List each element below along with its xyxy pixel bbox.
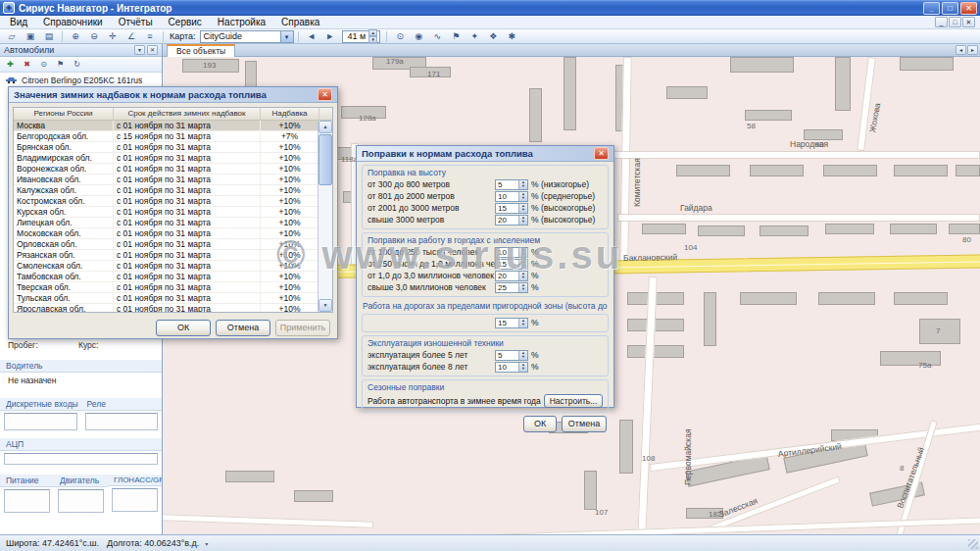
track-icon[interactable]: ◉ xyxy=(410,30,427,43)
spin-down-icon[interactable]: ▼ xyxy=(519,264,527,269)
menu-item[interactable]: Сервис xyxy=(161,16,210,28)
refresh-icon[interactable]: ↻ xyxy=(70,58,84,71)
menu-item[interactable]: Отчёты xyxy=(111,16,161,28)
tab-scroll-right-icon[interactable]: ► xyxy=(967,45,978,55)
spinner[interactable]: 15▲▼ xyxy=(495,259,528,270)
table-row[interactable]: Липецкая обл.с 01 ноября по 31 марта+10% xyxy=(14,218,332,228)
maximize-icon[interactable]: □ xyxy=(942,2,958,15)
table-row[interactable]: Тамбовская обл.с 01 ноября по 31 марта+1… xyxy=(14,272,332,282)
settings-icon[interactable]: ✱ xyxy=(503,30,520,43)
flag-icon[interactable]: ⚑ xyxy=(53,58,68,71)
marker-icon[interactable]: ⚑ xyxy=(447,30,465,43)
spinner[interactable]: 5▲▼ xyxy=(495,179,528,190)
menu-item[interactable]: Справочники xyxy=(35,16,111,28)
statusbar-menu-icon[interactable]: ▾ xyxy=(205,540,208,547)
mdi-close-icon[interactable]: ✕ xyxy=(962,17,975,27)
tab-all-objects[interactable]: Все объекты xyxy=(167,44,235,57)
spin-down-icon[interactable]: ▼ xyxy=(519,196,527,201)
minimize-icon[interactable]: _ xyxy=(923,2,940,15)
remove-vehicle-icon[interactable]: ✖ xyxy=(20,58,34,71)
spin-down-icon[interactable]: ▼ xyxy=(519,355,527,360)
spin-down-icon[interactable]: ▼ xyxy=(519,220,527,225)
mdi-maximize-icon[interactable]: □ xyxy=(949,17,961,27)
cancel-button[interactable]: Отмена xyxy=(562,416,607,432)
table-row[interactable]: Смоленская обл.с 01 ноября по 31 марта+1… xyxy=(14,261,332,272)
scroll-down-icon[interactable]: ▼ xyxy=(318,299,332,312)
table-row[interactable]: Брянская обл.с 01 ноября по 31 марта+10% xyxy=(14,142,332,153)
table-row[interactable]: Воронежская обл.с 01 ноября по 31 марта+… xyxy=(14,164,332,175)
spin-down-icon[interactable]: ▼ xyxy=(519,287,527,292)
spinner[interactable]: 10▲▼ xyxy=(495,362,528,373)
dialog-titlebar[interactable]: Значения зимних надбавок к нормам расход… xyxy=(9,87,337,103)
table-row[interactable]: Орловская обл.с 01 ноября по 31 марта+10… xyxy=(14,239,332,250)
chevron-down-icon[interactable]: ▾ xyxy=(280,31,293,42)
spin-down-icon[interactable]: ▼ xyxy=(519,323,527,327)
table-row[interactable]: Белгородская обл.с 15 ноября по 31 марта… xyxy=(14,131,332,142)
nav-left-icon[interactable]: ◄ xyxy=(303,30,320,43)
close-icon[interactable]: ✕ xyxy=(318,88,332,101)
mdi-minimize-icon[interactable]: _ xyxy=(935,17,948,27)
table-row[interactable]: Москвас 01 ноября по 31 марта+10% xyxy=(14,121,332,131)
spinner[interactable]: 15▲▼ xyxy=(495,318,528,328)
ruler-icon[interactable]: ∠ xyxy=(122,30,140,43)
nav-right-icon[interactable]: ► xyxy=(321,30,339,43)
table-row[interactable]: Владимирская обл.с 01 ноября по 31 марта… xyxy=(14,153,332,164)
cancel-button[interactable]: Отмена xyxy=(216,320,270,336)
table-row[interactable]: Тульская обл.с 01 ноября по 31 марта+10% xyxy=(14,293,332,304)
save-icon[interactable]: ▣ xyxy=(22,30,39,43)
satellite-icon[interactable]: ✦ xyxy=(466,30,483,43)
close-icon[interactable]: ✕ xyxy=(960,2,977,15)
spin-down-icon[interactable]: ▼ xyxy=(519,208,527,213)
table-row[interactable]: Московская обл.с 01 ноября по 31 марта+1… xyxy=(14,228,332,239)
map-select[interactable]: CityGuide ▾ xyxy=(200,30,294,43)
table-row[interactable]: Калужская обл.с 01 ноября по 31 марта+10… xyxy=(14,185,332,196)
spinner[interactable]: 5▲▼ xyxy=(495,350,528,361)
panel-close-icon[interactable]: ✕ xyxy=(147,45,158,55)
route-icon[interactable]: ∿ xyxy=(428,30,446,43)
vehicle-list-item[interactable]: Citroen Berlingo E205KC 161rus xyxy=(0,73,162,87)
spin-down-icon[interactable]: ▼ xyxy=(519,252,527,257)
menu-item[interactable]: Вид xyxy=(2,16,35,28)
column-header[interactable]: Надбавка xyxy=(261,108,319,120)
scrollbar-thumb[interactable] xyxy=(318,134,332,185)
zoom-out-icon[interactable]: ⊖ xyxy=(85,30,103,43)
spin-down-icon[interactable]: ▼ xyxy=(519,184,527,189)
print-icon[interactable]: ▤ xyxy=(40,30,58,43)
table-row[interactable]: Тверская обл.с 01 ноября по 31 марта+10% xyxy=(14,282,332,293)
open-icon[interactable]: ▱ xyxy=(3,30,21,43)
table-row[interactable]: Костромская обл.с 01 ноября по 31 марта+… xyxy=(14,196,332,207)
table-row[interactable]: Ярославская обл.с 01 ноября по 31 марта+… xyxy=(14,304,332,313)
zoom-spin-up-icon[interactable]: ▲ xyxy=(368,29,377,36)
spinner[interactable]: 20▲▼ xyxy=(495,215,528,225)
zoom-level-control[interactable]: 41 м ▲ ▼ xyxy=(342,30,381,43)
zoom-in-icon[interactable]: ⊕ xyxy=(67,30,84,43)
ok-button[interactable]: ОК xyxy=(523,416,557,432)
table-row[interactable]: Рязанская обл.с 01 ноября по 31 марта+10… xyxy=(14,250,332,261)
configure-button[interactable]: Настроить... xyxy=(544,394,603,408)
spin-down-icon[interactable]: ▼ xyxy=(519,276,527,280)
window-titlebar[interactable]: ◈ Сириус Навигатор - Интегратор _ □ ✕ xyxy=(0,0,980,16)
add-vehicle-icon[interactable]: ✚ xyxy=(3,58,18,71)
center-map-icon[interactable]: ⊙ xyxy=(391,30,409,43)
apply-button[interactable]: Применить xyxy=(275,320,330,336)
column-header[interactable]: Регионы России xyxy=(14,108,114,120)
spin-down-icon[interactable]: ▼ xyxy=(519,367,527,372)
table-row[interactable]: Ивановская обл.с 01 ноября по 31 марта+1… xyxy=(14,175,332,185)
column-header[interactable]: Срок действия зимних надбавок xyxy=(114,108,261,120)
zoom-spin-down-icon[interactable]: ▼ xyxy=(368,36,377,43)
spinner[interactable]: 10▲▼ xyxy=(495,247,528,258)
spinner[interactable]: 10▲▼ xyxy=(495,191,528,202)
menu-item[interactable]: Справка xyxy=(273,16,327,28)
locate-vehicle-icon[interactable]: ⊙ xyxy=(36,58,51,71)
dialog-titlebar[interactable]: Поправки к нормам расхода топлива ✕ xyxy=(357,146,613,162)
info-icon[interactable]: ❖ xyxy=(484,30,502,43)
spinner[interactable]: 15▲▼ xyxy=(495,203,528,214)
menu-item[interactable]: Настройка xyxy=(210,16,273,28)
tab-scroll-left-icon[interactable]: ◄ xyxy=(956,45,966,55)
scroll-up-icon[interactable]: ▲ xyxy=(318,121,332,133)
table-row[interactable]: Курская обл.с 01 ноября по 31 марта+10% xyxy=(14,207,332,218)
panel-pin-icon[interactable]: ▾ xyxy=(134,45,145,55)
pan-icon[interactable]: ✛ xyxy=(104,30,122,43)
spinner[interactable]: 20▲▼ xyxy=(495,271,528,281)
spinner[interactable]: 25▲▼ xyxy=(495,282,528,293)
